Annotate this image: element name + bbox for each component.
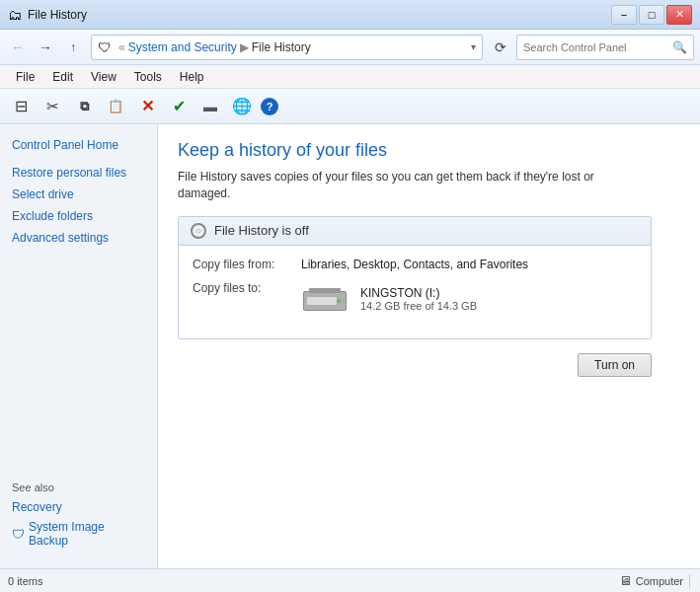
main-layout: Control Panel Home Restore personal file…: [0, 124, 700, 568]
breadcrumb-separator2: ▶: [240, 40, 249, 54]
see-also-title: See also: [0, 474, 157, 497]
page-heading: Keep a history of your files: [178, 140, 680, 161]
up-button[interactable]: ↑: [61, 36, 85, 59]
copy-from-value: Libraries, Desktop, Contacts, and Favori…: [301, 258, 528, 271]
breadcrumb-bar: 🛡 « System and Security ▶ File History ▾: [91, 35, 483, 60]
paste-icon[interactable]: 📋: [101, 93, 130, 120]
layout-icon[interactable]: ⊟: [6, 93, 36, 120]
search-icon[interactable]: 🔍: [672, 40, 687, 54]
menu-help[interactable]: Help: [172, 68, 212, 86]
drive-space: 14.2 GB free of 14.3 GB: [360, 300, 477, 312]
title-bar: 🗂 File History − □ ✕: [0, 0, 700, 30]
breadcrumb-icon: 🛡: [98, 39, 112, 55]
breadcrumb-separator1: «: [118, 40, 125, 54]
toolbar: ⊟ ✂ ⧉ 📋 ✕ ✔ ▬ 🌐 ?: [0, 89, 700, 124]
system-image-backup-icon: 🛡: [12, 527, 25, 542]
cut-icon[interactable]: ✂: [38, 93, 67, 120]
copy-icon[interactable]: ⧉: [69, 93, 99, 120]
file-history-panel: ○ File History is off Copy files from: L…: [178, 216, 652, 339]
svg-rect-2: [309, 288, 341, 293]
minimize-button[interactable]: −: [611, 5, 637, 25]
search-bar: 🔍: [516, 35, 694, 60]
recovery-label: Recovery: [12, 500, 62, 514]
file-history-status-icon: ○: [191, 223, 206, 239]
drive-info: KINGSTON (I:) 14.2 GB free of 14.3 GB: [301, 281, 477, 317]
dash-icon[interactable]: ▬: [195, 93, 225, 120]
item-count: 0 items: [8, 575, 42, 587]
search-input[interactable]: [523, 41, 672, 53]
svg-point-4: [337, 299, 341, 303]
restore-files-link[interactable]: Restore personal files: [0, 162, 157, 184]
breadcrumb-dropdown[interactable]: ▾: [471, 41, 476, 52]
forward-button[interactable]: →: [34, 36, 57, 59]
turn-on-button[interactable]: Turn on: [578, 353, 652, 377]
globe-icon[interactable]: 🌐: [227, 93, 257, 120]
drive-name: KINGSTON (I:): [360, 286, 477, 300]
copy-to-row: Copy files to:: [193, 281, 637, 317]
system-image-backup-label: System Image Backup: [29, 520, 145, 548]
file-history-panel-body: Copy files from: Libraries, Desktop, Con…: [179, 246, 651, 338]
file-history-panel-header: ○ File History is off: [179, 217, 651, 246]
window-title: File History: [28, 8, 87, 22]
control-panel-home-link[interactable]: Control Panel Home: [0, 134, 157, 156]
menu-edit[interactable]: Edit: [44, 68, 81, 86]
back-button[interactable]: ←: [6, 36, 30, 59]
computer-label: Computer: [636, 575, 683, 587]
menu-file[interactable]: File: [8, 68, 42, 86]
exclude-folders-link[interactable]: Exclude folders: [0, 205, 157, 227]
close-button[interactable]: ✕: [666, 5, 692, 25]
recovery-link[interactable]: Recovery: [0, 497, 157, 517]
breadcrumb-current: File History: [252, 40, 311, 54]
title-bar-icon: 🗂: [8, 7, 22, 23]
menu-tools[interactable]: Tools: [126, 68, 170, 86]
select-drive-link[interactable]: Select drive: [0, 184, 157, 205]
drive-icon: [301, 281, 349, 317]
breadcrumb-parent[interactable]: System and Security: [128, 40, 237, 54]
advanced-settings-link[interactable]: Advanced settings: [0, 227, 157, 249]
button-area: Turn on: [178, 353, 652, 377]
copy-from-label: Copy files from:: [193, 258, 301, 271]
status-right: 🖥 Computer: [619, 573, 692, 588]
status-separator: [689, 574, 690, 588]
system-image-backup-link[interactable]: 🛡 System Image Backup: [0, 517, 157, 551]
svg-point-5: [341, 299, 345, 303]
sidebar: Control Panel Home Restore personal file…: [0, 124, 158, 568]
menu-view[interactable]: View: [83, 68, 124, 86]
delete-icon[interactable]: ✕: [132, 93, 162, 120]
content-area: Keep a history of your files File Histor…: [158, 124, 700, 568]
page-description: File History saves copies of your files …: [178, 169, 632, 202]
copy-from-row: Copy files from: Libraries, Desktop, Con…: [193, 258, 637, 271]
svg-rect-3: [307, 297, 337, 305]
help-button[interactable]: ?: [261, 98, 278, 115]
check-icon[interactable]: ✔: [164, 93, 194, 120]
file-history-status-label: File History is off: [214, 223, 309, 238]
menu-bar: File Edit View Tools Help: [0, 65, 700, 89]
computer-icon: 🖥: [619, 573, 632, 588]
copy-to-label: Copy files to:: [193, 281, 301, 295]
refresh-button[interactable]: ⟳: [489, 36, 512, 59]
maximize-button[interactable]: □: [639, 5, 664, 25]
navigation-bar: ← → ↑ 🛡 « System and Security ▶ File His…: [0, 30, 700, 65]
status-bar: 0 items 🖥 Computer: [0, 568, 700, 592]
